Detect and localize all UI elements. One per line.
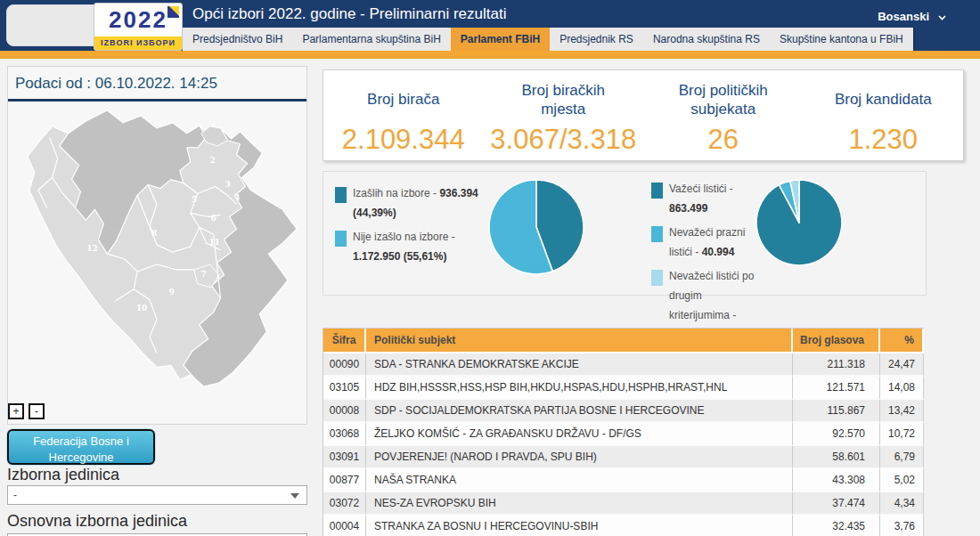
map-region-number: 10 <box>136 304 147 313</box>
nav-tab[interactable]: Parlament FBiH <box>451 28 550 51</box>
bih-flag-icon <box>167 6 179 18</box>
stat-cell: Broj birača2.109.344 <box>323 70 484 160</box>
table-column-header: % <box>880 329 924 353</box>
table-cell: POVJERENJE! (NAROD I PRAVDA, SPU BIH) <box>366 446 793 469</box>
nav-tab[interactable]: Narodna skupština RS <box>643 28 770 51</box>
table-column-header: Broj glasova <box>793 329 880 353</box>
table-cell: NES-ZA EVROPSKU BIH <box>366 492 793 516</box>
table-cell: 121.571 <box>793 377 880 400</box>
stat-label: Broj biračkih mjesta <box>484 79 644 120</box>
ballots-legend: Važeći listići - 863.499Nevažeći prazni … <box>651 179 755 349</box>
legend-swatch-icon <box>651 183 663 199</box>
table-cell: 14,08 <box>880 377 924 400</box>
izbori-2022-logo: 2022 IZBORI ИЗБОРИ <box>94 3 183 51</box>
header-bar: 2022 IZBORI ИЗБОРИ Opći izbori 2022. god… <box>0 0 980 51</box>
izborna-jedinica-select-wrap: - <box>7 485 307 505</box>
legend-swatch-icon <box>651 270 663 286</box>
table-cell: SDA - STRANKA DEMOKRATSKE AKCIJE <box>366 353 793 377</box>
table-cell: ŽELJKO KOMŠIĆ - ZA GRAĐANSKU DRŽAVU - DF… <box>366 423 793 446</box>
page: 2022 IZBORI ИЗБОРИ Opći izbori 2022. god… <box>0 0 980 536</box>
legend-swatch-icon <box>651 226 663 242</box>
table-cell: 00090 <box>323 353 366 377</box>
table-row: 03091POVJERENJE! (NAROD I PRAVDA, SPU BI… <box>323 446 924 469</box>
legend-text: Nevažeći prazni listići - 40.994 <box>669 223 755 262</box>
table-cell: 211.318 <box>793 353 880 377</box>
map-region-number: 2 <box>210 156 216 165</box>
izborna-jedinica-select[interactable]: - <box>8 486 306 504</box>
sidebar: Podaci od : 06.10.2022. 14:25 <box>7 66 307 536</box>
data-as-of-label: Podaci od : 06.10.2022. 14:25 <box>8 67 306 99</box>
table-cell: 37.474 <box>793 492 880 516</box>
table-cell: 13,42 <box>880 400 924 423</box>
legend-swatch-icon <box>335 187 347 203</box>
table-cell: 10,72 <box>880 423 924 446</box>
table-column-header: Šifra <box>323 329 366 353</box>
legend-item: Važeći listići - 863.499 <box>651 179 755 218</box>
table-cell: 00008 <box>323 400 366 423</box>
nav-tab[interactable]: Skupštine kantona u FBiH <box>770 28 913 51</box>
turnout-legend: Izašlih na izbore - 936.394 (44,39%)Nije… <box>335 183 485 271</box>
map-region-number: 3 <box>225 181 230 190</box>
table-column-header: Politički subjekt <box>366 329 793 353</box>
stat-value: 26 <box>643 124 804 156</box>
legend-text: Izašlih na izbore - 936.394 (44,39%) <box>353 183 485 223</box>
nav-tab[interactable]: Parlamentarna skupština BiH <box>292 28 450 51</box>
map-zoom-out-button[interactable]: - <box>29 403 45 419</box>
accent-stripe <box>0 51 980 59</box>
table-row: 00004STRANKA ZA BOSNU I HERCEGOVINU-SBIH… <box>323 516 924 536</box>
main-navigation: Predsjedništvo BiHParlamentarna skupštin… <box>183 28 913 51</box>
table-cell: 5,02 <box>880 469 924 492</box>
map-region-number: 9 <box>169 288 175 296</box>
nav-tab[interactable]: Predsjedništvo BiH <box>183 28 292 51</box>
legend-item: Nije izašlo na izbore - 1.172.950 (55,61… <box>335 227 485 266</box>
table-cell: HDZ BIH,HSSSR,HSS,HSP BIH,HKDU,HSPAS,HDU… <box>366 377 793 400</box>
map-panel: Podaci od : 06.10.2022. 14:25 <box>7 66 307 425</box>
stat-value: 3.067/3.318 <box>484 124 644 156</box>
map-region-number: 5 <box>192 195 197 204</box>
results-table-header: ŠifraPolitički subjektBroj glasova% <box>323 329 924 353</box>
stat-label: Broj kandidata <box>804 79 964 120</box>
logo-banner-text: IZBORI ИЗБОРИ <box>94 37 182 50</box>
table-cell: STRANKA ZA BOSNU I HERCEGOVINU-SBIH <box>366 516 793 536</box>
summary-stats-panel: Broj birača2.109.344Broj biračkih mjesta… <box>323 69 964 161</box>
stat-cell: Broj biračkih mjesta3.067/3.318 <box>484 70 644 160</box>
table-row: 03072NES-ZA EVROPSKU BIH37.4744,34 <box>323 492 924 516</box>
header-placeholder-box <box>6 4 105 46</box>
nav-tab[interactable]: Predsjednik RS <box>550 28 643 51</box>
map-zoom-in-button[interactable]: + <box>8 403 24 419</box>
legend-text: Nije izašlo na izbore - 1.172.950 (55,61… <box>353 227 485 266</box>
table-row: 00877NAŠA STRANKA43.3085,02 <box>323 469 924 492</box>
table-cell: 115.867 <box>793 400 880 423</box>
table-cell: 00004 <box>323 516 366 536</box>
table-row: 00008SDP - SOCIJALDEMOKRATSKA PARTIJA BO… <box>323 400 924 423</box>
table-cell: 92.570 <box>793 423 880 446</box>
table-row: 00090SDA - STRANKA DEMOKRATSKE AKCIJE211… <box>323 353 924 377</box>
legend-swatch-icon <box>335 231 347 247</box>
map-region-number: 4 <box>234 193 240 202</box>
legend-item: Izašlih na izbore - 936.394 (44,39%) <box>335 183 485 223</box>
page-title: Opći izbori 2022. godine - Preliminarni … <box>192 5 506 23</box>
legend-item: Nevažeći prazni listići - 40.994 <box>651 223 755 262</box>
map-region-number: 12 <box>86 244 97 253</box>
izborna-jedinica-heading: Izborna jedinica <box>7 466 119 484</box>
map-region-number: 1 <box>28 180 33 189</box>
legend-text: Važeći listići - 863.499 <box>669 179 755 218</box>
map-region-number: 7 <box>201 270 207 279</box>
entity-button-fbih[interactable]: Federacija Bosne i Hercegovine <box>7 429 155 465</box>
language-selector[interactable]: Bosanski <box>878 10 946 23</box>
table-cell: 6,79 <box>880 446 924 469</box>
table-cell: SDP - SOCIJALDEMOKRATSKA PARTIJA BOSNE I… <box>366 400 793 423</box>
table-cell: 58.601 <box>793 446 880 469</box>
table-cell: 32.435 <box>793 516 880 536</box>
stat-cell: Broj političkih subjekata26 <box>643 70 804 160</box>
stat-label: Broj birača <box>323 79 484 120</box>
chevron-down-icon <box>938 10 946 15</box>
language-label: Bosanski <box>878 10 929 23</box>
table-cell: NAŠA STRANKA <box>366 469 793 492</box>
stat-label: Broj političkih subjekata <box>643 79 804 120</box>
turnout-pie-chart <box>486 177 586 277</box>
map-region-number: 6 <box>211 214 216 223</box>
table-cell: 00877 <box>323 469 366 492</box>
table-row: 03105HDZ BIH,HSSSR,HSS,HSP BIH,HKDU,HSPA… <box>323 377 924 400</box>
bih-map[interactable]: 123456789101112 <box>8 101 306 424</box>
